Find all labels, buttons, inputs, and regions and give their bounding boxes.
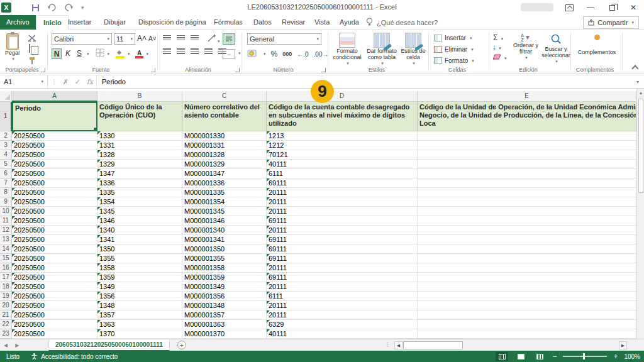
close-button[interactable]: ✕ <box>623 0 644 15</box>
ribbon-display-options-icon[interactable] <box>558 0 580 15</box>
orientation-button[interactable]: ▾ <box>207 33 220 44</box>
row-number[interactable]: 1 <box>0 102 12 131</box>
grid-cell[interactable]: 1341 <box>97 235 182 244</box>
row-number[interactable]: 9 <box>0 197 12 207</box>
grid-cell[interactable]: 40111 <box>267 160 418 169</box>
grid-cell[interactable]: 20250500 <box>12 320 97 329</box>
grid-cell[interactable]: 20250500 <box>12 188 97 197</box>
align-top-icon[interactable] <box>163 35 171 41</box>
insert-cells-button[interactable]: Insertar▾ <box>434 33 472 43</box>
row-number[interactable]: 6 <box>0 169 12 178</box>
grid-cell[interactable]: M000001350 <box>182 244 267 254</box>
grid-cell[interactable]: 20250500 <box>12 292 97 301</box>
accessibility-status[interactable]: Accesibilidad: todo correcto <box>31 353 118 361</box>
underline-button[interactable]: S <box>74 48 84 59</box>
grid-cell[interactable] <box>418 160 636 169</box>
grid-cell[interactable]: 20250500 <box>12 226 97 235</box>
grow-font-button[interactable]: A˄ <box>137 34 147 43</box>
grid-cell[interactable]: 1328 <box>97 150 182 160</box>
grid-cell[interactable]: 20250500 <box>12 197 97 207</box>
grid-cell[interactable]: M000001356 <box>182 292 267 301</box>
clear-button[interactable]: ▾ <box>493 53 507 61</box>
merge-dropdown-icon[interactable]: ▾ <box>238 51 241 56</box>
grid-cell[interactable]: M000001363 <box>182 320 267 329</box>
row-number[interactable]: 8 <box>0 188 12 197</box>
italic-button[interactable]: K <box>63 48 73 59</box>
grid-cell[interactable]: 40111 <box>267 329 418 339</box>
addins-button[interactable]: Complementos <box>576 35 618 55</box>
scroll-up-icon[interactable]: ▲ <box>637 90 644 95</box>
grid-cell[interactable] <box>418 197 636 207</box>
accounting-format-button[interactable] <box>247 49 257 59</box>
font-color-button[interactable]: A <box>135 50 144 58</box>
row-number[interactable]: 2 <box>0 131 12 141</box>
sheet-next-icon[interactable]: ▶ <box>15 343 19 348</box>
font-color-dropdown-icon[interactable]: ▾ <box>147 52 149 57</box>
grid-cell[interactable] <box>418 188 636 197</box>
cut-button[interactable] <box>28 35 36 43</box>
merge-center-button[interactable]: ⇔ <box>223 49 235 59</box>
grid-cell[interactable]: 1335 <box>97 188 182 197</box>
increase-decimal-button[interactable]: ←.0 <box>297 51 308 58</box>
grid-cell[interactable] <box>418 178 636 188</box>
grid-cell[interactable]: 1340 <box>97 226 182 235</box>
tab-dibujar[interactable]: Dibujar <box>97 15 132 30</box>
grid-cell[interactable]: M000001349 <box>182 282 267 292</box>
row-number[interactable]: 19 <box>0 292 12 301</box>
conditional-formatting-button[interactable]: Formato condicional▾ <box>332 33 362 67</box>
sheet-tab-active[interactable]: 2060531032120250500060100001111 <box>48 339 170 351</box>
grid-cell[interactable]: 20111 <box>267 282 418 292</box>
grid-cell[interactable]: 20111 <box>267 310 418 320</box>
comma-style-button[interactable]: 000 <box>282 51 292 57</box>
grid-cell[interactable]: 20111 <box>267 207 418 216</box>
restore-button[interactable] <box>601 0 623 15</box>
underline-dropdown-icon[interactable]: ▾ <box>87 52 89 57</box>
grid-cell[interactable]: M000001359 <box>182 273 267 282</box>
grid-cell[interactable]: 69111 <box>267 254 418 263</box>
grid-cell[interactable] <box>418 131 636 141</box>
hscroll-left-icon[interactable]: ◀ <box>394 341 402 349</box>
row-number[interactable]: 12 <box>0 226 12 235</box>
grid-cell[interactable] <box>418 320 636 329</box>
grid-cell[interactable]: 1363 <box>97 320 182 329</box>
grid-cell[interactable]: 20250500 <box>12 141 97 150</box>
row-number[interactable]: 7 <box>0 178 12 188</box>
tab-revisar[interactable]: Revisar <box>275 15 311 30</box>
grid-cell[interactable] <box>418 235 636 244</box>
grid-cell[interactable]: 20250500 <box>12 244 97 254</box>
grid-cell[interactable]: 20111 <box>267 301 418 310</box>
grid-cell[interactable]: 20250500 <box>12 235 97 244</box>
minimize-button[interactable]: — <box>580 0 601 15</box>
vertical-scrollbar[interactable]: ▲ <box>636 89 644 339</box>
vertical-scroll-thumb[interactable] <box>638 99 643 193</box>
grid-cell[interactable]: M000001340 <box>182 226 267 235</box>
tab-vista[interactable]: Vista <box>308 15 336 30</box>
grid-cell[interactable]: 20250500 <box>12 282 97 292</box>
grid-cell[interactable]: 20250500 <box>12 160 97 169</box>
grid-cell[interactable]: 20250500 <box>12 150 97 160</box>
cell-b1[interactable]: Código Único de la Operación (CUO) <box>97 102 182 131</box>
grid-cell[interactable] <box>418 141 636 150</box>
row-number[interactable]: 18 <box>0 282 12 292</box>
grid-cell[interactable]: 1358 <box>97 263 182 273</box>
enter-formula-icon[interactable]: ✓ <box>75 78 80 86</box>
row-number[interactable]: 14 <box>0 244 12 254</box>
align-center-icon[interactable] <box>177 48 185 55</box>
row-number[interactable]: 4 <box>0 150 12 160</box>
grid-cell[interactable] <box>418 207 636 216</box>
grid-cell[interactable]: M000001370 <box>182 329 267 339</box>
insert-function-icon[interactable]: fx <box>87 78 93 86</box>
font-size-combo[interactable]: 11▾ <box>114 33 135 45</box>
grid-cell[interactable] <box>418 216 636 226</box>
grid-cell[interactable]: 69111 <box>267 273 418 282</box>
shrink-font-button[interactable]: A˅ <box>148 35 157 42</box>
name-box-dropdown-icon[interactable]: ▾ <box>41 79 43 84</box>
column-header-a[interactable]: A <box>12 91 97 102</box>
page-layout-view-button[interactable] <box>514 352 527 361</box>
format-as-table-button[interactable]: Dar formato como tabla▾ <box>365 33 399 67</box>
align-middle-icon[interactable] <box>177 35 185 41</box>
grid-cell[interactable]: 1330 <box>97 131 182 141</box>
grid-cell[interactable]: M000001354 <box>182 197 267 207</box>
sort-filter-button[interactable]: AZ▼ Ordenar y filtrar▾ <box>511 33 541 61</box>
grid-cell[interactable]: 6111 <box>267 292 418 301</box>
